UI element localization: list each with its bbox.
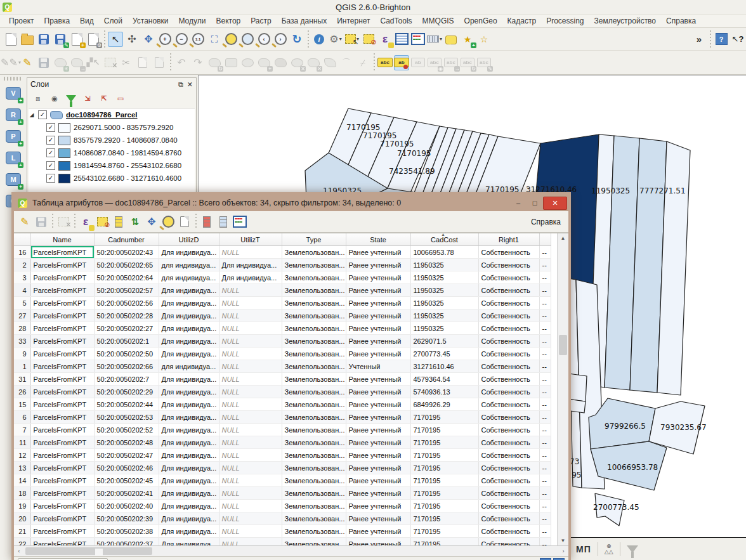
- layer-item[interactable]: ◢✓doc10894786_Parcel: [29, 108, 195, 121]
- cell-ovf[interactable]: --: [539, 474, 551, 487]
- cell-num[interactable]: 31: [14, 373, 30, 386]
- menu-слой[interactable]: Слой: [99, 15, 128, 27]
- measure-icon[interactable]: [427, 32, 442, 47]
- table-row[interactable]: 20ParcelsFromKPT50:20:0050202:39Для инди…: [14, 512, 551, 525]
- cell-type[interactable]: Землепользован...: [282, 360, 346, 373]
- cell-num[interactable]: 16: [14, 246, 30, 259]
- cell-num[interactable]: 18: [14, 487, 30, 500]
- new-bookmark-icon[interactable]: ★+: [460, 32, 475, 47]
- menu-вид[interactable]: Вид: [75, 15, 99, 27]
- save-project-icon[interactable]: [36, 32, 51, 47]
- cell-ovf[interactable]: --: [539, 246, 551, 259]
- cell-cadcost[interactable]: 5740936.13: [410, 386, 478, 398]
- column-header-name[interactable]: Name: [30, 233, 94, 246]
- cell-right1[interactable]: Собственность: [478, 335, 539, 348]
- table-row[interactable]: 15ParcelsFromKPT50:20:0050202:44Для инди…: [14, 398, 551, 411]
- cell-cad[interactable]: 50:20:0050202:40: [94, 500, 159, 512]
- cell-type[interactable]: Землепользован...: [282, 271, 346, 284]
- cell-cad[interactable]: 50:20:0050202:52: [94, 424, 159, 436]
- cell-ovf[interactable]: --: [539, 348, 551, 360]
- menu-модули[interactable]: Модули: [173, 15, 211, 27]
- cell-right1[interactable]: Собственность: [478, 297, 539, 309]
- cell-cad[interactable]: 50:20:0050202:41: [94, 487, 159, 500]
- collapse-all-icon[interactable]: ⇱: [98, 93, 110, 104]
- table-row[interactable]: 13ParcelsFromKPT50:20:0050202:46Для инди…: [14, 462, 551, 474]
- column-header-state[interactable]: State: [346, 233, 410, 246]
- cell-utilizd[interactable]: Для индивидуа...: [159, 462, 219, 474]
- scrollbar-thumb[interactable]: [559, 335, 567, 355]
- cell-utilizt[interactable]: NULL: [219, 436, 282, 449]
- cell-cadcost[interactable]: 4579364.54: [410, 373, 478, 386]
- table-row[interactable]: 28ParcelsFromKPT50:20:0050202:27Для инди…: [14, 322, 551, 335]
- new-composer-icon[interactable]: ✳: [69, 32, 84, 47]
- cell-ovf[interactable]: --: [539, 297, 551, 309]
- maximize-button[interactable]: □: [527, 197, 543, 209]
- hscrollbar-thumb[interactable]: [25, 547, 152, 555]
- cell-state[interactable]: Ранее учтенный: [346, 284, 410, 297]
- cell-right1[interactable]: Собственность: [478, 271, 539, 284]
- cell-right1[interactable]: Собственность: [478, 411, 539, 424]
- cell-cad[interactable]: 50:20:0050202:27: [94, 322, 159, 335]
- feature-actions-icon[interactable]: ⚙: [328, 32, 343, 47]
- close-panel-icon[interactable]: ✕: [187, 81, 193, 89]
- cell-type[interactable]: Землепользован...: [282, 411, 346, 424]
- menu-установки[interactable]: Установки: [128, 15, 173, 27]
- cell-cadcost[interactable]: 11950325: [410, 284, 478, 297]
- table-row[interactable]: 27ParcelsFromKPT50:20:0050202:28Для инди…: [14, 309, 551, 322]
- cell-utilizd[interactable]: Для индивидуа...: [159, 474, 219, 487]
- cell-state[interactable]: Ранее учтенный: [346, 259, 410, 271]
- table-row[interactable]: 9ParcelsFromKPT50:20:0050202:50Для индив…: [14, 348, 551, 360]
- table-row[interactable]: 4ParcelsFromKPT50:20:0050202:57Для индив…: [14, 284, 551, 297]
- cell-type[interactable]: Землепользован...: [282, 246, 346, 259]
- cell-type[interactable]: Землепользован...: [282, 398, 346, 411]
- cell-num[interactable]: 27: [14, 309, 30, 322]
- cell-utilizd[interactable]: Для индивидуа...: [159, 373, 219, 386]
- cell-name[interactable]: ParcelsFromKPT: [30, 487, 94, 500]
- cell-name[interactable]: ParcelsFromKPT: [30, 538, 94, 546]
- pan-to-selection-icon[interactable]: ✥: [141, 32, 156, 47]
- class-checkbox[interactable]: ✓: [46, 123, 55, 132]
- cell-state[interactable]: Ранее учтенный: [346, 538, 410, 546]
- cell-utilizd[interactable]: Для индивидуа...: [159, 500, 219, 512]
- column-header-utilizt[interactable]: UtilizT: [219, 233, 282, 246]
- column-header-cadcost[interactable]: CadCost: [410, 233, 478, 246]
- menu-справка[interactable]: Справка: [661, 15, 701, 27]
- cell-num[interactable]: 3: [14, 271, 30, 284]
- cell-num[interactable]: 26: [14, 386, 30, 398]
- cell-cad[interactable]: 50:20:0050202:46: [94, 462, 159, 474]
- cell-ovf[interactable]: --: [539, 271, 551, 284]
- cell-name[interactable]: ParcelsFromKPT: [30, 386, 94, 398]
- cell-num[interactable]: 13: [14, 462, 30, 474]
- cell-ovf[interactable]: --: [539, 487, 551, 500]
- cell-cad[interactable]: 50:20:0050202:48: [94, 436, 159, 449]
- cell-right1[interactable]: Собственность: [478, 246, 539, 259]
- scroll-up-icon[interactable]: ▲: [558, 233, 568, 243]
- cell-cad[interactable]: 50:20:0050202:37: [94, 538, 159, 546]
- cell-utilizt[interactable]: NULL: [219, 538, 282, 546]
- cell-state[interactable]: Ранее учтенный: [346, 335, 410, 348]
- cell-utilizd[interactable]: Для индивидуа...: [159, 525, 219, 538]
- move-selection-to-top-icon[interactable]: [111, 214, 126, 230]
- cell-cadcost[interactable]: 7170195: [410, 500, 478, 512]
- cell-name[interactable]: ParcelsFromKPT: [30, 322, 94, 335]
- zoom-full-icon[interactable]: ⛶: [207, 32, 222, 47]
- cell-type[interactable]: Землепользован...: [282, 297, 346, 309]
- cell-utilizt[interactable]: NULL: [219, 309, 282, 322]
- cell-cadcost[interactable]: 11950325: [410, 297, 478, 309]
- cell-ovf[interactable]: --: [539, 322, 551, 335]
- cell-right1[interactable]: Собственность: [478, 487, 539, 500]
- cell-type[interactable]: Землепользован...: [282, 462, 346, 474]
- cell-name[interactable]: ParcelsFromKPT: [30, 297, 94, 309]
- field-calculator-icon[interactable]: [410, 32, 426, 47]
- layer-labeling-icon[interactable]: abc: [377, 55, 393, 70]
- invert-selection-icon[interactable]: ⇅: [128, 214, 143, 230]
- open-attribute-table-icon[interactable]: [394, 32, 409, 47]
- cell-name[interactable]: ParcelsFromKPT: [30, 462, 94, 474]
- close-button[interactable]: ✕: [543, 197, 567, 210]
- cell-utilizt[interactable]: NULL: [219, 500, 282, 512]
- cell-utilizd[interactable]: Для индивидуа...: [159, 246, 219, 259]
- cell-cadcost[interactable]: 7170195: [410, 462, 478, 474]
- show-bookmarks-icon[interactable]: ☆: [476, 32, 492, 47]
- cell-cad[interactable]: 50:20:0050202:28: [94, 309, 159, 322]
- open-project-icon[interactable]: [20, 32, 35, 47]
